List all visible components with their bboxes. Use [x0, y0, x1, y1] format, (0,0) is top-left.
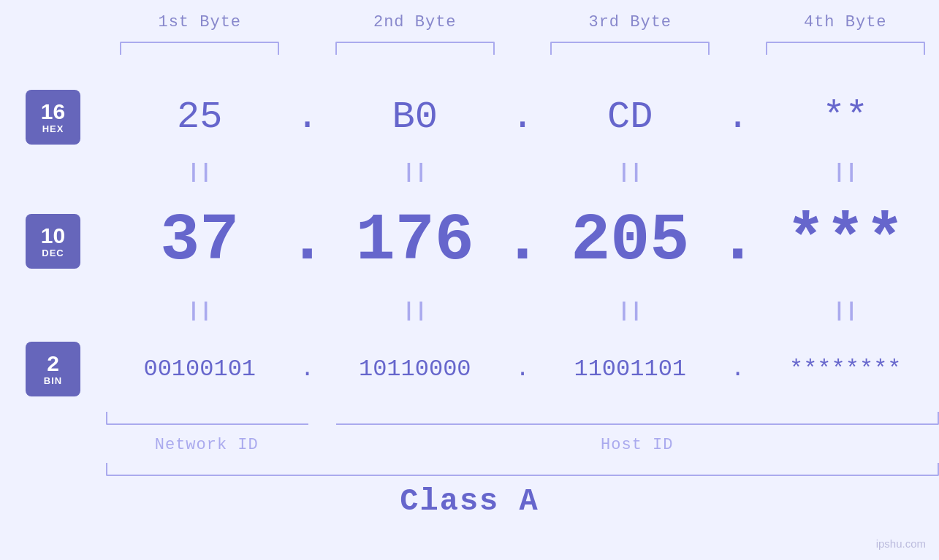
- hex-badge-col: 16 HEX: [0, 90, 106, 145]
- byte1-bracket-top: [120, 42, 279, 55]
- dec-badge-label: DEC: [42, 248, 64, 258]
- hex-val3: CD: [536, 96, 724, 139]
- main-container: 1st Byte 2nd Byte 3rd Byte 4th Byte 16 H…: [0, 0, 939, 560]
- hex-val2: B0: [322, 96, 509, 139]
- dec-dot2: .: [509, 204, 536, 278]
- bin-row: 2 BIN 00100101 . 10110000 . 11001101 . *…: [0, 329, 939, 409]
- dec-row: 10 DEC 37 . 176 . 205 . ***: [0, 190, 939, 292]
- hex-b4-text: **: [823, 96, 868, 139]
- big-bracket-row: [0, 463, 939, 476]
- byte4-col: 4th Byte: [752, 0, 940, 80]
- dec-b1-text: 37: [160, 204, 239, 278]
- bin-val3: 11001101: [536, 356, 724, 383]
- badge-spacer-top: [0, 0, 106, 80]
- bin-b3-text: 11001101: [574, 356, 686, 383]
- eq1-cell1: ||: [106, 161, 294, 183]
- hex-row: 16 HEX 25 . B0 . CD . **: [0, 80, 939, 153]
- hex-val1: 25: [106, 96, 294, 139]
- bin-b2-text: 10110000: [359, 356, 471, 383]
- byte-labels-row: 1st Byte 2nd Byte 3rd Byte 4th Byte: [0, 0, 939, 80]
- hex-dot2: .: [509, 96, 536, 139]
- host-id-label: Host ID: [335, 436, 940, 454]
- eq1-cell4: ||: [752, 161, 940, 183]
- dec-val3: 205: [536, 204, 724, 278]
- bottom-brackets-row: [0, 412, 939, 426]
- bin-dot3-text: .: [731, 356, 745, 383]
- bin-dot1-text: .: [300, 356, 314, 383]
- class-row: Class A: [0, 476, 939, 527]
- byte1-col: 1st Byte: [106, 0, 294, 80]
- host-bracket: [336, 412, 940, 425]
- hex-b3-text: CD: [607, 96, 653, 139]
- bin-badge-col: 2 BIN: [0, 342, 106, 396]
- byte4-label: 4th Byte: [804, 13, 887, 31]
- hex-badge-label: HEX: [42, 123, 64, 134]
- dec-dot3: .: [724, 204, 752, 278]
- eq2-cell2: ||: [322, 299, 509, 322]
- watermark: ipshu.com: [876, 537, 926, 550]
- byte3-label: 3rd Byte: [588, 13, 672, 31]
- byte3-bracket-top: [550, 42, 710, 55]
- hex-dot3-text: .: [726, 96, 749, 139]
- network-id-label: Network ID: [106, 436, 308, 454]
- byte2-col: 2nd Byte: [322, 0, 509, 80]
- dec-val1: 37: [106, 204, 294, 278]
- dec-val2: 176: [322, 204, 509, 278]
- dec-b4-text: ***: [786, 204, 905, 278]
- byte2-label: 2nd Byte: [373, 13, 457, 31]
- labels-row: Network ID Host ID: [0, 426, 939, 463]
- dot-spacer-2: [509, 0, 536, 80]
- bottom-area: Network ID Host ID Class A: [0, 412, 939, 527]
- bin-val1: 00100101: [106, 356, 294, 383]
- hex-b2-text: B0: [392, 96, 438, 139]
- bin-badge-num: 2: [47, 351, 59, 375]
- dec-badge-col: 10 DEC: [0, 214, 106, 269]
- hex-badge-num: 16: [41, 99, 65, 123]
- bin-badge: 2 BIN: [26, 342, 80, 396]
- equals-row-1: || || || ||: [0, 153, 939, 190]
- hex-dot1-text: .: [296, 96, 319, 139]
- equals-row-2: || || || ||: [0, 292, 939, 329]
- dec-badge: 10 DEC: [26, 214, 80, 269]
- bin-dot1: .: [294, 356, 322, 383]
- bin-val2: 10110000: [322, 356, 509, 383]
- eq2-cell4: ||: [752, 299, 940, 322]
- bin-val4: ********: [752, 356, 940, 383]
- bin-dot2: .: [509, 356, 536, 383]
- hex-dot3: .: [724, 96, 752, 139]
- big-bracket: [106, 463, 939, 476]
- dec-dot1: .: [294, 204, 322, 278]
- bin-dot3: .: [724, 356, 752, 383]
- class-label: Class A: [400, 484, 539, 519]
- hex-dot2-text: .: [511, 96, 533, 139]
- bin-b1-text: 00100101: [143, 356, 256, 383]
- eq2-cell3: ||: [536, 299, 724, 322]
- eq2-cell1: ||: [106, 299, 294, 322]
- dec-b3-text: 205: [571, 204, 689, 278]
- dec-val4: ***: [752, 204, 940, 278]
- dec-b2-text: 176: [356, 204, 474, 278]
- hex-dot1: .: [294, 96, 322, 139]
- bin-b4-text: ********: [789, 356, 902, 383]
- dot-spacer-1: [294, 0, 322, 80]
- network-bracket: [106, 412, 308, 425]
- dec-badge-num: 10: [41, 223, 65, 248]
- dot-spacer-3: [724, 0, 752, 80]
- hex-badge: 16 HEX: [26, 90, 80, 145]
- hex-b1-text: 25: [177, 96, 222, 139]
- byte2-bracket-top: [335, 42, 495, 55]
- eq1-cell2: ||: [322, 161, 509, 183]
- bin-badge-label: BIN: [44, 375, 62, 386]
- byte4-bracket-top: [766, 42, 925, 55]
- bottom-dot-spacer1: [308, 412, 336, 426]
- bottom-badge-spacer: [0, 412, 106, 426]
- byte3-col: 3rd Byte: [536, 0, 724, 80]
- hex-val4: **: [752, 96, 940, 139]
- bin-dot2-text: .: [515, 356, 529, 383]
- eq1-cell3: ||: [536, 161, 724, 183]
- byte1-label: 1st Byte: [158, 13, 241, 31]
